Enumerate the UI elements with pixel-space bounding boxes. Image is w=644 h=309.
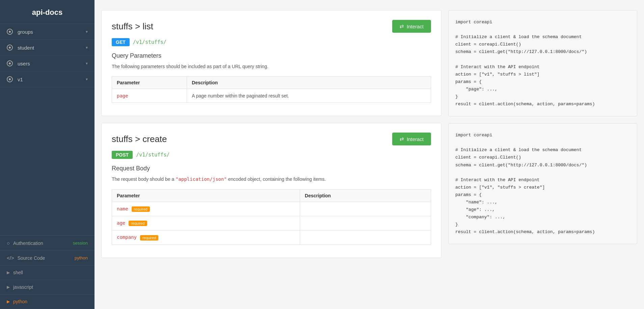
code-block-list: import coreapi # Initialize a client & l… — [448, 10, 637, 116]
javascript-label: javascript — [13, 284, 33, 290]
source-code-icon: </> — [7, 255, 14, 261]
stuffs-list-title: stuffs > list — [112, 21, 153, 32]
authentication-icon: ○ — [7, 240, 10, 246]
col-header-description-1: Description — [187, 77, 431, 89]
users-icon — [7, 60, 13, 66]
desc-before: The request body should be a — [112, 176, 176, 182]
interact-icon-2: ⇄ — [400, 136, 404, 142]
interact-label-2: Interact — [407, 136, 424, 142]
code-block-create: import coreapi # Initialize a client & l… — [448, 123, 637, 244]
authentication-value: session — [73, 241, 88, 246]
param-name-name: name — [117, 206, 128, 212]
sidebar: api-docs groups ▾ student ▾ users ▾ v1 ▾ — [0, 0, 95, 309]
stuffs-list-method-row: GET /v1/stuffs/ — [112, 38, 431, 46]
python-label: python — [13, 299, 27, 304]
table-row: company required — [112, 230, 431, 245]
student-icon — [7, 45, 13, 51]
table-row: page A page number within the paginated … — [112, 89, 431, 103]
param-name-cell: page — [112, 89, 187, 103]
sidebar-item-v1[interactable]: v1 ▾ — [0, 72, 95, 87]
sidebar-item-users[interactable]: users ▾ — [0, 56, 95, 72]
required-badge-name: required — [132, 206, 150, 212]
desc-after: encoded object, containing the following… — [227, 176, 326, 182]
middle-panel: stuffs > list ⇄ Interact GET /v1/stuffs/… — [95, 0, 448, 309]
col-header-parameter-1: Parameter — [112, 77, 187, 89]
student-label: student — [18, 45, 86, 51]
stuffs-list-interact-button[interactable]: ⇄ Interact — [392, 20, 431, 33]
sidebar-item-groups[interactable]: groups ▾ — [0, 24, 95, 40]
stuffs-list-method-badge: GET — [112, 38, 130, 46]
stuffs-create-header: stuffs > create ⇄ Interact — [112, 133, 431, 145]
stuffs-list-path: /v1/stuffs/ — [133, 39, 166, 45]
param-name-page: page — [117, 93, 128, 99]
interact-label-1: Interact — [407, 24, 424, 29]
param-company-cell: company required — [112, 230, 300, 245]
stuffs-create-content-title: Request Body — [112, 165, 431, 172]
stuffs-create-section: stuffs > create ⇄ Interact POST /v1/stuf… — [101, 123, 441, 258]
required-badge-age: required — [129, 221, 147, 226]
param-desc-age — [300, 216, 431, 230]
stuffs-list-section: stuffs > list ⇄ Interact GET /v1/stuffs/… — [101, 10, 441, 116]
python-expand-icon: ▶ — [7, 299, 10, 304]
param-name-age: age — [117, 220, 125, 226]
sidebar-bottom: ○ Authentication session </> Source Code… — [0, 235, 95, 309]
col-header-description-2: Description — [300, 189, 431, 202]
sidebar-item-javascript[interactable]: ▶ javascript — [0, 280, 95, 294]
param-age-cell: age required — [112, 216, 300, 230]
groups-label: groups — [18, 29, 86, 35]
interact-icon-1: ⇄ — [400, 23, 404, 29]
shell-expand-icon: ▶ — [7, 270, 10, 275]
stuffs-create-path: /v1/stuffs/ — [136, 152, 169, 158]
param-name-cell: name required — [112, 202, 300, 216]
stuffs-list-param-table: Parameter Description page A page number… — [112, 76, 431, 103]
sidebar-item-source-code[interactable]: </> Source Code python — [0, 251, 95, 265]
sidebar-item-shell[interactable]: ▶ shell — [0, 265, 95, 280]
stuffs-create-interact-button[interactable]: ⇄ Interact — [392, 133, 431, 145]
right-panel: import coreapi # Initialize a client & l… — [448, 0, 644, 309]
required-badge-company: required — [140, 235, 158, 241]
nav-list: groups ▾ student ▾ users ▾ v1 ▾ — [0, 24, 95, 87]
param-desc-cell: A page number within the paginated resul… — [187, 89, 431, 103]
shell-label: shell — [13, 270, 23, 275]
groups-icon — [7, 29, 13, 35]
v1-icon — [7, 76, 13, 82]
source-code-value: python — [75, 255, 88, 260]
param-desc-name — [300, 202, 431, 216]
sidebar-item-student[interactable]: student ▾ — [0, 40, 95, 56]
stuffs-create-description: The request body should be a "applicatio… — [112, 175, 431, 183]
stuffs-create-title: stuffs > create — [112, 134, 167, 144]
users-chevron-icon: ▾ — [86, 61, 88, 66]
stuffs-create-param-table: Parameter Description name required — [112, 189, 431, 245]
table-row: name required — [112, 202, 431, 216]
users-label: users — [18, 61, 86, 66]
stuffs-create-method-row: POST /v1/stuffs/ — [112, 151, 431, 159]
sidebar-item-python[interactable]: ▶ python — [0, 294, 95, 309]
student-chevron-icon: ▾ — [86, 45, 88, 50]
sidebar-item-authentication[interactable]: ○ Authentication session — [0, 236, 95, 251]
authentication-label: Authentication — [13, 241, 73, 246]
groups-chevron-icon: ▾ — [86, 29, 88, 34]
app-title: api-docs — [0, 0, 95, 24]
col-header-parameter-2: Parameter — [112, 189, 300, 202]
content-area: stuffs > list ⇄ Interact GET /v1/stuffs/… — [95, 0, 644, 309]
inline-code: "application/json" — [176, 176, 227, 182]
stuffs-create-method-badge: POST — [112, 151, 133, 159]
table-row: age required — [112, 216, 431, 230]
v1-label: v1 — [18, 77, 86, 82]
source-code-label: Source Code — [18, 255, 75, 261]
stuffs-list-description: The following parameters should be inclu… — [112, 63, 431, 70]
javascript-expand-icon: ▶ — [7, 285, 10, 289]
stuffs-list-header: stuffs > list ⇄ Interact — [112, 20, 431, 33]
v1-chevron-icon: ▾ — [86, 77, 88, 82]
stuffs-list-content-title: Query Parameters — [112, 52, 431, 59]
param-name-company: company — [117, 234, 137, 240]
param-desc-company — [300, 230, 431, 245]
